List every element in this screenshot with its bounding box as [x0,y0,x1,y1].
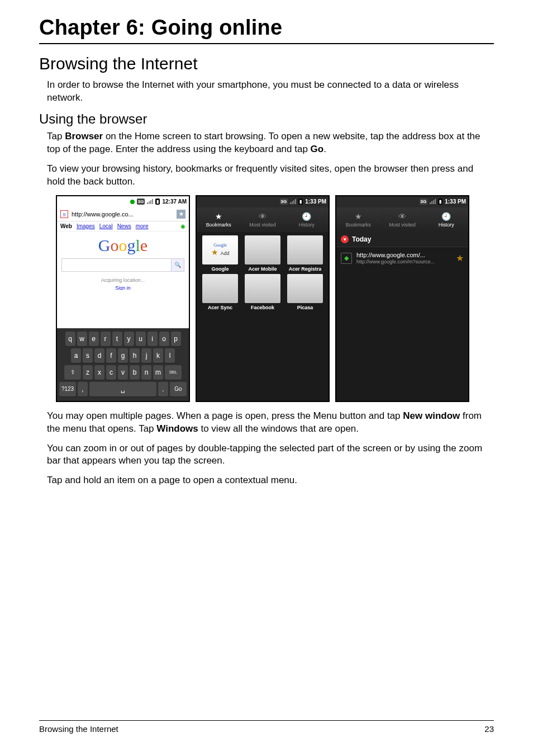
nav-local[interactable]: Local [99,223,113,229]
key[interactable]: o [159,332,169,346]
key[interactable]: u [136,332,146,346]
eye-icon: 👁 [398,212,406,221]
tab-label: Bookmarks [346,222,371,228]
bookmark-item[interactable]: Acer Mobile [242,235,283,272]
key[interactable]: k [153,348,163,363]
key[interactable]: m [153,365,163,380]
browser-paragraph-1: Tap Browser on the Home screen to start … [47,130,494,156]
history-today-header[interactable]: ▾ Today [336,232,468,247]
tab-history[interactable]: 🕘History [424,207,468,232]
search-button[interactable]: 🔍 [171,259,184,271]
search-input[interactable] [62,259,171,271]
tab-bookmarks[interactable]: ★Bookmarks [336,207,380,232]
history-item-url: http://www.google.com/m?source... [356,259,451,265]
intro-paragraph: In order to browse the Internet with you… [47,79,494,105]
key[interactable]: i [147,332,158,346]
battery-icon: ▮ [298,199,303,205]
text-span: . [323,144,326,154]
bookmark-item[interactable]: Acer Sync [200,274,240,310]
key[interactable]: x [94,365,104,380]
key[interactable]: t [112,332,122,346]
key[interactable]: s [83,348,93,363]
network-icon: 3G [280,199,288,205]
star-icon[interactable]: ★ [456,253,464,263]
status-bar: 3G ▮ 1:33 PM [197,196,329,207]
key[interactable]: q [65,332,75,346]
key[interactable]: e [89,332,99,346]
sign-in-link[interactable]: Sign in [57,285,189,290]
key[interactable]: b [130,365,140,380]
signal-icon [290,199,296,204]
page-number: 23 [484,724,494,734]
key-go[interactable]: Go [170,382,187,396]
bookmark-item[interactable]: Picasa [285,274,325,310]
star-icon: ★ [355,212,362,221]
thumb-text: Google [213,243,227,248]
favicon-icon: ◆ [341,253,352,264]
nav-more[interactable]: more [136,223,149,229]
kb-row-4: ?123 , ␣ . Go [59,382,187,396]
bookmark-thumb [287,235,323,264]
key[interactable]: d [94,348,104,363]
tab-most-visited[interactable]: 👁Most visited [241,207,285,232]
key[interactable]: z [83,365,93,380]
key-delete[interactable]: DEL [165,365,182,380]
section-title: Browsing the Internet [39,54,494,73]
browser-paragraph-5: Tap and hold an item on a page to open a… [47,474,494,487]
key[interactable]: j [141,348,151,363]
key[interactable]: f [106,348,116,363]
key[interactable]: a [71,348,81,363]
nav-news[interactable]: News [117,223,131,229]
bookmark-add[interactable]: Google ★ Add Google [200,235,240,272]
page-footer: Browsing the Internet 23 [39,720,494,734]
tab-label: History [439,222,454,228]
on-screen-keyboard: q w e r t y u i o p a s d f g h [57,328,189,401]
nav-web[interactable]: Web [60,223,72,229]
bookmark-item[interactable]: Facebook [242,274,283,310]
key[interactable]: l [165,348,175,363]
logo-letter: o [119,236,127,254]
bookmark-icon[interactable]: ★ [177,210,185,219]
tab-most-visited[interactable]: 👁Most visited [380,207,425,232]
tab-history[interactable]: 🕘History [284,207,329,232]
key-shift[interactable]: ⇧ [64,365,81,380]
key-symbols[interactable]: ?123 [59,382,76,396]
key[interactable]: g [118,348,128,363]
bold-browser: Browser [65,131,103,141]
today-label: Today [352,235,371,243]
gps-icon [130,200,135,204]
acquiring-location: Acquiring location... [57,277,189,283]
clock: 12:37 AM [162,199,187,205]
address-bar[interactable]: g http://www.google.co... ★ [57,207,189,221]
battery-icon: ▮ [155,199,160,205]
key[interactable]: v [118,365,128,380]
screenshot-bookmarks: 3G ▮ 1:33 PM ★Bookmarks 👁Most visited 🕘H… [196,195,330,402]
key[interactable]: w [77,332,87,346]
text-span: to view all the windows that are open. [198,423,359,434]
bookmark-item[interactable]: Acer Registra [285,235,325,272]
tab-label: Most visited [249,222,276,228]
key[interactable]: y [124,332,134,346]
key[interactable]: r [101,332,111,346]
key-comma[interactable]: , [78,382,88,396]
globe-icon[interactable]: ◉ [180,223,185,229]
tab-label: Most visited [389,222,416,228]
tab-bookmarks[interactable]: ★Bookmarks [197,207,241,232]
clock: 1:33 PM [305,199,326,205]
key[interactable]: c [106,365,116,380]
kb-row-3: ⇧ z x c v b n m DEL [59,365,187,380]
bookmark-thumb [287,274,323,303]
key-period[interactable]: . [158,382,168,396]
key[interactable]: p [171,332,181,346]
key[interactable]: h [130,348,140,363]
key[interactable]: n [141,365,151,380]
clock-icon: 🕘 [302,212,311,221]
bookmark-label: Acer Sync [208,305,232,310]
bookmark-label: Google [212,266,229,272]
url-text[interactable]: http://www.google.co... [72,211,173,218]
key-space[interactable]: ␣ [89,382,156,396]
bookmark-thumb [245,235,280,264]
history-item[interactable]: ◆ http://www.google.com/... http://www.g… [336,247,468,270]
network-icon: 3G [137,199,145,205]
nav-images[interactable]: Images [77,223,95,229]
